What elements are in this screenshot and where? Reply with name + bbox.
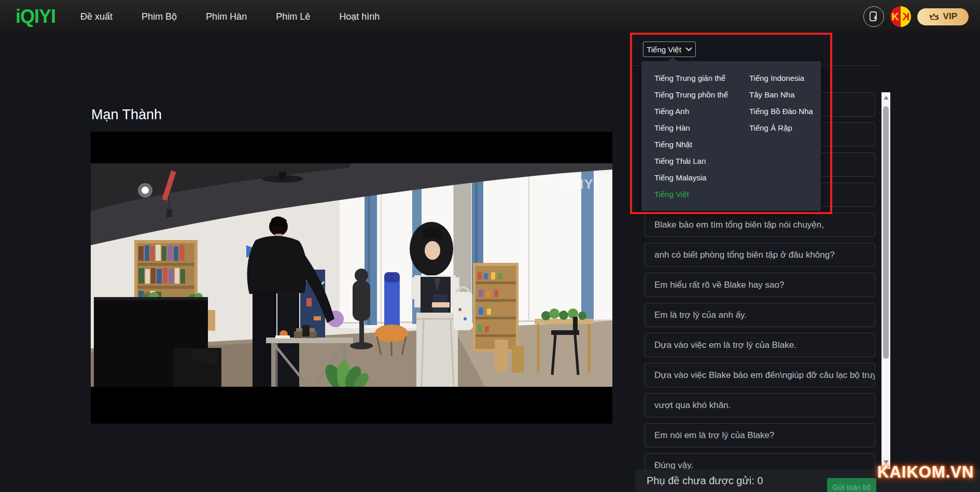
scrollbar-thumb[interactable] <box>883 106 889 359</box>
top-nav: iQIYI Đề xuất Phim Bộ Phim Hàn Phim Lẻ H… <box>0 0 980 33</box>
video-frame <box>91 163 612 387</box>
nav-item-hoat-hinh[interactable]: Hoạt hình <box>339 11 380 22</box>
subtitle-row[interactable]: Em hiểu rất rõ về Blake hay sao? <box>645 273 875 297</box>
subtitle-row[interactable]: Em là trợ lý của anh ấy. <box>645 303 875 327</box>
subtitle-row[interactable]: Dựa vào việc em là trợ lý của Blake. <box>645 333 875 357</box>
language-column-2: Tiếng Indonesia Tây Ban Nha Tiếng Bồ Đào… <box>749 69 813 136</box>
lang-option-ms[interactable]: Tiếng Malaysia <box>654 169 728 186</box>
lang-option-zh-hant[interactable]: Tiếng Trung phồn thể <box>654 86 728 103</box>
scroll-up-icon[interactable] <box>881 93 890 102</box>
lang-option-en[interactable]: Tiếng Anh <box>654 103 728 119</box>
crown-icon <box>929 12 940 21</box>
nav-item-de-xuat[interactable]: Đề xuất <box>80 11 113 22</box>
subtitle-row[interactable]: anh có biết phòng tổng biên tập ở đâu kh… <box>645 243 875 267</box>
subtitle-row[interactable]: Blake bảo em tìm tổng biên tập nói chuyệ… <box>645 213 875 237</box>
nav-item-phim-bo[interactable]: Phim Bộ <box>142 11 177 22</box>
unsent-subtitles-status: Phụ đề chưa được gửi: 0 <box>647 475 763 487</box>
language-column-1: Tiếng Trung giản thể Tiếng Trung phồn th… <box>654 69 728 202</box>
language-select[interactable]: Tiếng Việt <box>643 41 696 57</box>
nav-menu: Đề xuất Phim Bộ Phim Hàn Phim Lẻ Hoạt hì… <box>80 11 380 22</box>
lang-option-th[interactable]: Tiếng Thái Lan <box>654 152 728 169</box>
vip-label: VIP <box>943 11 957 22</box>
language-select-value: Tiếng Việt <box>647 45 681 54</box>
iqiyi-video-watermark: iQIYI <box>565 176 598 192</box>
video-player[interactable]: iQIYI <box>91 132 612 424</box>
subtitle-row[interactable]: Em nói em là trợ lý của Blake? <box>645 423 875 447</box>
lang-option-ko[interactable]: Tiếng Hàn <box>654 119 728 136</box>
kaikom-watermark: KAIKOM.VN <box>877 463 974 482</box>
lang-option-ar[interactable]: Tiếng Ả Rập <box>749 119 813 136</box>
chevron-down-icon <box>685 47 692 51</box>
vip-button[interactable]: VIP <box>917 8 969 25</box>
toy-shelf <box>473 263 519 352</box>
app-download-icon[interactable] <box>863 6 884 27</box>
iqiyi-logo[interactable]: iQIYI <box>16 6 55 27</box>
nav-item-phim-le[interactable]: Phim Lẻ <box>276 11 310 22</box>
lang-option-ja[interactable]: Tiếng Nhật <box>654 136 728 152</box>
subtitle-scrollbar[interactable] <box>881 92 890 469</box>
nav-item-phim-han[interactable]: Phim Hàn <box>206 11 247 22</box>
lang-option-zh-hans[interactable]: Tiếng Trung giản thể <box>654 69 728 86</box>
nav-right-group: K K VIP <box>863 0 969 33</box>
video-title: Mạn Thành <box>91 107 162 123</box>
language-dropdown-panel: Tiếng Trung giản thể Tiếng Trung phồn th… <box>641 61 821 211</box>
lang-option-es[interactable]: Tây Ban Nha <box>749 86 813 103</box>
subtitle-row[interactable]: vượt qua khó khăn. <box>645 393 875 417</box>
lang-option-vi-active[interactable]: Tiếng Việt <box>654 186 728 202</box>
send-all-button[interactable]: Gửi toàn bộ <box>827 478 876 492</box>
lang-option-pt[interactable]: Tiếng Bồ Đào Nha <box>749 103 813 119</box>
lang-option-id[interactable]: Tiếng Indonesia <box>749 69 813 86</box>
kk-site-logo-icon[interactable]: K K <box>890 6 911 27</box>
subtitle-row[interactable]: Dựa vào việc Blake bảo em đến\ngiúp đỡ c… <box>645 363 875 387</box>
